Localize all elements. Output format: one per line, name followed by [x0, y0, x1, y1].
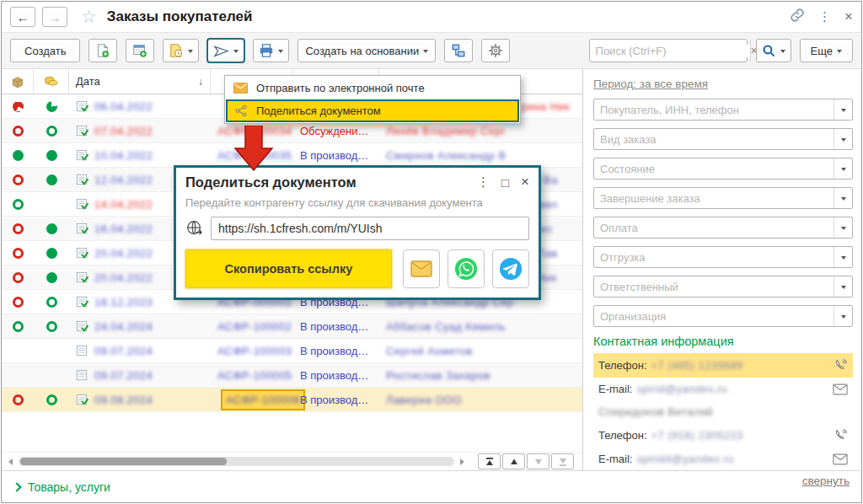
- share-email-button[interactable]: [403, 249, 440, 288]
- more-menu-icon[interactable]: ⋮: [818, 9, 831, 24]
- filter-input[interactable]: [594, 251, 834, 264]
- scrollbar-track[interactable]: [19, 457, 454, 466]
- share-telegram-button[interactable]: [492, 249, 529, 288]
- document-icon: [76, 345, 88, 357]
- table-row[interactable]: 10.04.2022 АСФР-000035 В производ… Смирн…: [2, 143, 582, 168]
- order-date: 09.07.2024: [94, 345, 153, 357]
- forward-button[interactable]: →: [42, 7, 67, 27]
- scrollbar-thumb[interactable]: [20, 458, 227, 465]
- create-button[interactable]: Создать: [10, 39, 80, 62]
- table-row[interactable]: 24.04.2024 АСФР-100002 В производ… Аббас…: [2, 314, 582, 339]
- order-number-cell[interactable]: АСФР-100006: [211, 388, 293, 411]
- mail-icon[interactable]: [833, 383, 848, 395]
- go-next-button[interactable]: [527, 453, 549, 469]
- favorite-star-icon[interactable]: ☆: [81, 7, 97, 27]
- order-number-cell[interactable]: АСФР-100005: [211, 363, 293, 387]
- order-status: В производ…: [293, 388, 379, 411]
- shipment-status-icon: [13, 297, 24, 308]
- scroll-left-icon[interactable]: [5, 458, 13, 465]
- back-button[interactable]: ←: [10, 7, 35, 27]
- filter-field: [593, 158, 853, 180]
- payment-column-icon[interactable]: [34, 69, 69, 94]
- filter-input[interactable]: [594, 310, 834, 323]
- document-icon: [76, 369, 88, 382]
- send-button[interactable]: [207, 39, 244, 62]
- dropdown-caret-icon[interactable]: [834, 129, 852, 149]
- document-posted-icon: [76, 149, 88, 162]
- payment-status-icon: [46, 346, 57, 357]
- dropdown-caret-icon[interactable]: [834, 276, 852, 297]
- filters-panel: Период: за все время: [583, 69, 861, 470]
- filter-field: [593, 276, 853, 298]
- print-button[interactable]: [253, 39, 289, 62]
- contact-row[interactable]: Спиридонов Виталий: [593, 400, 853, 423]
- products-section-toggle[interactable]: Товары, услуги: [13, 480, 110, 494]
- share-whatsapp-button[interactable]: [448, 249, 485, 288]
- date-column-header[interactable]: Дата ↓: [69, 69, 211, 94]
- customer-name: Аббасов Суад Кямиль: [386, 320, 506, 333]
- share-url-input[interactable]: [211, 217, 529, 240]
- report-structure-button[interactable]: [444, 39, 473, 62]
- order-date: 09.08.2024: [94, 394, 153, 406]
- go-first-button[interactable]: [478, 453, 501, 469]
- table-row[interactable]: 09.07.2024 АСФР-100005 В производ… Рости…: [2, 363, 582, 388]
- close-icon[interactable]: ×: [844, 8, 853, 25]
- mail-icon[interactable]: [833, 453, 848, 465]
- menu-item-share-document[interactable]: Поделиться документом: [226, 99, 519, 122]
- menu-item-label: Отправить по электронной почте: [256, 82, 425, 94]
- scroll-right-icon[interactable]: [460, 458, 468, 465]
- sort-descending-icon: ↓: [198, 76, 210, 88]
- customer-name: Смирнов Александр В: [386, 149, 507, 162]
- collapse-link[interactable]: свернуть: [802, 475, 850, 487]
- create-copy-button[interactable]: [88, 39, 117, 62]
- dropdown-caret-icon[interactable]: [834, 99, 852, 120]
- go-previous-button[interactable]: [502, 453, 525, 469]
- filter-input[interactable]: [594, 133, 834, 146]
- phone-icon[interactable]: [834, 428, 848, 442]
- filter-input[interactable]: [594, 192, 834, 205]
- dialog-kebab-icon[interactable]: ⋮: [477, 174, 490, 190]
- get-link-icon[interactable]: [790, 8, 805, 26]
- filter-input[interactable]: [594, 163, 834, 175]
- more-button[interactable]: Еще: [800, 39, 853, 62]
- create-group-button[interactable]: [126, 39, 154, 62]
- order-number-cell[interactable]: АСФР-100003: [211, 339, 293, 362]
- order-date: 07.04.2022: [94, 125, 153, 137]
- dropdown-caret-icon[interactable]: [834, 247, 852, 267]
- filter-input[interactable]: [594, 222, 834, 234]
- contact-row[interactable]: E-mail:spirid4@yandex.ru: [593, 448, 853, 470]
- contact-row[interactable]: E-mail:spirid@yandex.ru: [593, 378, 853, 400]
- set-interval-button[interactable]: [163, 39, 199, 62]
- filter-input[interactable]: [594, 104, 834, 116]
- filter-input[interactable]: [594, 281, 834, 293]
- order-number-cell[interactable]: АСФР-100002: [211, 314, 293, 338]
- dialog-close-icon[interactable]: ×: [521, 174, 529, 190]
- search-input[interactable]: [590, 45, 750, 57]
- shipment-column-icon[interactable]: [2, 69, 34, 94]
- dropdown-caret-icon[interactable]: [834, 306, 852, 326]
- settings-gear-button[interactable]: [481, 39, 510, 62]
- contact-row[interactable]: Телефон:+7 (916) 2305223: [593, 423, 853, 448]
- order-date: 09.07.2024: [94, 369, 153, 382]
- create-based-on-button[interactable]: Создать на основании: [297, 39, 436, 62]
- contact-row[interactable]: Телефон:+7 (495) 1235689: [593, 353, 853, 378]
- menu-item-send-email[interactable]: Отправить по электронной почте: [226, 77, 519, 99]
- phone-icon[interactable]: [834, 358, 848, 373]
- create-based-on-label: Создать на основании: [305, 45, 419, 57]
- dialog-maximize-icon[interactable]: □: [501, 175, 509, 190]
- order-status: В производ…: [293, 314, 379, 338]
- table-row[interactable]: 09.08.2024 АСФР-100006 В производ… Лавер…: [2, 388, 582, 412]
- table-row[interactable]: 09.07.2024 АСФР-100003 В производ… Серге…: [2, 339, 582, 363]
- date-header-label: Дата: [76, 75, 100, 88]
- dropdown-caret-icon[interactable]: [834, 188, 852, 208]
- dropdown-caret-icon[interactable]: [834, 217, 852, 238]
- advanced-search-button[interactable]: [756, 39, 791, 62]
- more-label: Еще: [811, 45, 833, 57]
- copy-link-button[interactable]: Скопировать ссылку: [185, 249, 392, 288]
- dropdown-caret-icon[interactable]: [834, 158, 852, 179]
- go-last-button[interactable]: [551, 453, 574, 469]
- order-date: 20.04.2022: [94, 271, 153, 284]
- filter-field: [593, 217, 853, 239]
- document-posted-icon: [76, 247, 88, 260]
- period-link[interactable]: Период: за все время: [593, 78, 708, 90]
